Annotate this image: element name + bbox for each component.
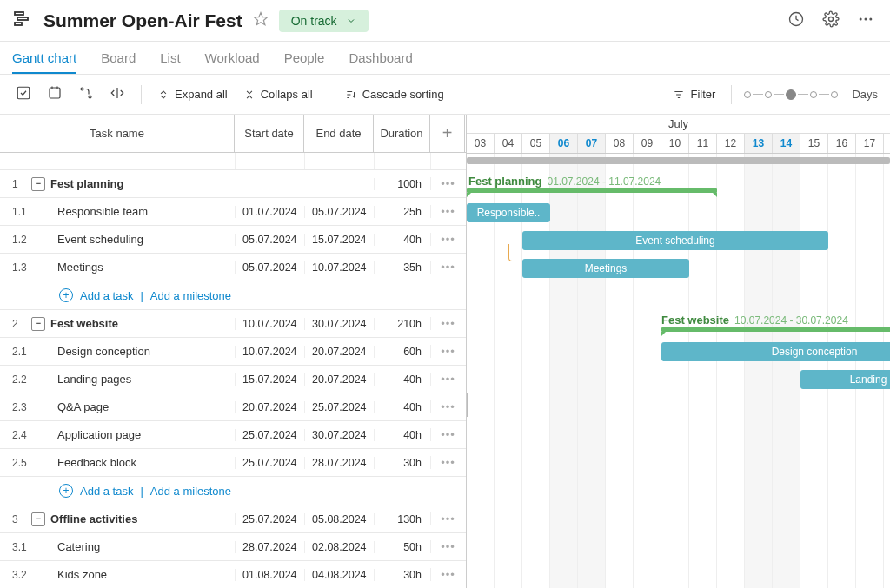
collapse-toggle[interactable]: −: [31, 177, 45, 191]
end-date-cell[interactable]: 05.08.2024: [304, 513, 374, 525]
collapse-toggle[interactable]: −: [31, 512, 45, 526]
task-name-cell[interactable]: Design conception: [28, 345, 235, 358]
checkbox-tool-icon[interactable]: [12, 82, 35, 107]
end-date-cell[interactable]: 25.07.2024: [304, 401, 374, 413]
collapse-toggle[interactable]: −: [31, 317, 45, 331]
timeline-scrollbar[interactable]: [467, 157, 890, 164]
tab-list[interactable]: List: [160, 42, 180, 74]
start-date-cell[interactable]: 28.07.2024: [235, 541, 304, 553]
table-row[interactable]: 1.1Responsible team01.07.202405.07.20242…: [0, 198, 466, 226]
task-name-cell[interactable]: Feedback block: [28, 456, 235, 469]
status-badge[interactable]: On track: [279, 10, 369, 32]
col-end-date[interactable]: End date: [304, 115, 374, 152]
col-start-date[interactable]: Start date: [235, 115, 304, 152]
end-date-cell[interactable]: 02.08.2024: [304, 541, 374, 553]
add-column-button[interactable]: +: [430, 115, 465, 152]
duration-cell[interactable]: 40h: [374, 373, 430, 386]
end-date-cell[interactable]: 05.07.2024: [304, 206, 374, 218]
start-date-cell[interactable]: 25.07.2024: [235, 513, 304, 525]
duration-cell[interactable]: 35h: [374, 261, 430, 274]
task-bar[interactable]: Event scheduling: [522, 231, 828, 250]
tab-gantt[interactable]: Gantt chart: [12, 42, 76, 74]
row-menu-icon[interactable]: •••: [430, 456, 465, 469]
start-date-cell[interactable]: 10.07.2024: [235, 318, 304, 330]
task-name-cell[interactable]: −Fest planning: [28, 177, 235, 191]
zoom-slider[interactable]: [744, 89, 838, 100]
task-name-cell[interactable]: Landing pages: [28, 373, 235, 386]
tab-board[interactable]: Board: [101, 42, 136, 74]
table-row[interactable]: 3.1Catering28.07.202402.08.202450h•••: [0, 533, 466, 561]
row-menu-icon[interactable]: •••: [430, 317, 465, 330]
start-date-cell[interactable]: 05.07.2024: [235, 261, 304, 274]
add-task-row[interactable]: +Add a task | Add a milestone: [0, 281, 466, 310]
row-menu-icon[interactable]: •••: [430, 177, 465, 190]
settings-icon[interactable]: [819, 7, 843, 34]
table-row[interactable]: 3.2Kids zone01.08.202404.08.202430h•••: [0, 561, 466, 588]
history-icon[interactable]: [784, 7, 808, 34]
duration-cell[interactable]: 60h: [374, 346, 430, 358]
table-row[interactable]: 2.2Landing pages15.07.202420.07.202440h•…: [0, 366, 466, 393]
table-row[interactable]: 2.3Q&A page20.07.202425.07.202440h•••: [0, 393, 466, 421]
row-menu-icon[interactable]: •••: [430, 261, 465, 274]
table-row[interactable]: 2.4Application page25.07.202430.07.20244…: [0, 421, 466, 449]
expand-all-button[interactable]: Expand all: [154, 86, 231, 102]
task-name-cell[interactable]: Kids zone: [28, 568, 235, 581]
start-date-cell[interactable]: 05.07.2024: [235, 234, 304, 246]
tab-dashboard[interactable]: Dashboard: [349, 42, 412, 74]
duration-cell[interactable]: 30h: [374, 569, 430, 581]
table-row[interactable]: 2−Fest website10.07.202430.07.2024210h••…: [0, 310, 466, 338]
task-name-cell[interactable]: Application page: [28, 428, 235, 441]
task-bar[interactable]: Meetings: [522, 259, 689, 278]
end-date-cell[interactable]: 30.07.2024: [304, 318, 374, 330]
table-row[interactable]: 1−Fest planning100h•••: [0, 170, 466, 198]
end-date-cell[interactable]: 20.07.2024: [304, 346, 374, 358]
end-date-cell[interactable]: 28.07.2024: [304, 457, 374, 469]
end-date-cell[interactable]: 30.07.2024: [304, 429, 374, 441]
start-date-cell[interactable]: 25.07.2024: [235, 429, 304, 441]
table-row[interactable]: 2.1Design conception10.07.202420.07.2024…: [0, 338, 466, 366]
task-name-cell[interactable]: −Offline activities: [28, 512, 235, 526]
table-row[interactable]: 3−Offline activities25.07.202405.08.2024…: [0, 505, 466, 533]
row-menu-icon[interactable]: •••: [430, 568, 465, 581]
star-icon[interactable]: [253, 11, 269, 30]
row-menu-icon[interactable]: •••: [430, 345, 465, 358]
add-milestone-tool-icon[interactable]: [43, 82, 66, 107]
task-bar[interactable]: Design conception: [661, 342, 890, 361]
end-date-cell[interactable]: 15.07.2024: [304, 234, 374, 246]
tab-workload[interactable]: Workload: [205, 42, 260, 74]
table-row[interactable]: 2.5Feedback block25.07.202428.07.202430h…: [0, 449, 466, 477]
task-bar[interactable]: Responsible..: [467, 203, 550, 222]
duration-cell[interactable]: 40h: [374, 234, 430, 246]
duration-cell[interactable]: 40h: [374, 401, 430, 413]
task-name-cell[interactable]: Meetings: [28, 261, 235, 274]
duration-cell[interactable]: 30h: [374, 457, 430, 469]
duration-cell[interactable]: 25h: [374, 206, 430, 218]
add-task-row[interactable]: +Add a task | Add a milestone: [0, 477, 466, 505]
task-name-cell[interactable]: −Fest website: [28, 317, 235, 331]
tab-people[interactable]: People: [284, 42, 325, 74]
start-date-cell[interactable]: 25.07.2024: [235, 457, 304, 469]
summary-bar[interactable]: [661, 327, 890, 332]
start-date-cell[interactable]: 01.08.2024: [235, 569, 304, 581]
row-menu-icon[interactable]: •••: [430, 400, 465, 413]
filter-button[interactable]: Filter: [669, 86, 719, 102]
table-row[interactable]: 1.2Event scheduling05.07.202415.07.20244…: [0, 226, 466, 254]
row-menu-icon[interactable]: •••: [430, 540, 465, 553]
auto-schedule-tool-icon[interactable]: [106, 82, 129, 107]
end-date-cell[interactable]: 10.07.2024: [304, 261, 374, 274]
task-name-cell[interactable]: Responsible team: [28, 205, 235, 218]
row-menu-icon[interactable]: •••: [430, 512, 465, 525]
duration-cell[interactable]: 100h: [374, 178, 430, 190]
end-date-cell[interactable]: 04.08.2024: [304, 569, 374, 581]
task-name-cell[interactable]: Event scheduling: [28, 233, 235, 246]
start-date-cell[interactable]: 15.07.2024: [235, 373, 304, 386]
task-name-cell[interactable]: Catering: [28, 540, 235, 553]
duration-cell[interactable]: 210h: [374, 318, 430, 330]
duration-cell[interactable]: 130h: [374, 513, 430, 525]
duration-cell[interactable]: 50h: [374, 541, 430, 553]
end-date-cell[interactable]: 20.07.2024: [304, 373, 374, 386]
task-bar[interactable]: Landing pages: [800, 370, 890, 389]
cascade-sort-button[interactable]: Cascade sorting: [342, 86, 448, 102]
col-duration[interactable]: Duration: [374, 115, 430, 152]
start-date-cell[interactable]: 10.07.2024: [235, 346, 304, 358]
